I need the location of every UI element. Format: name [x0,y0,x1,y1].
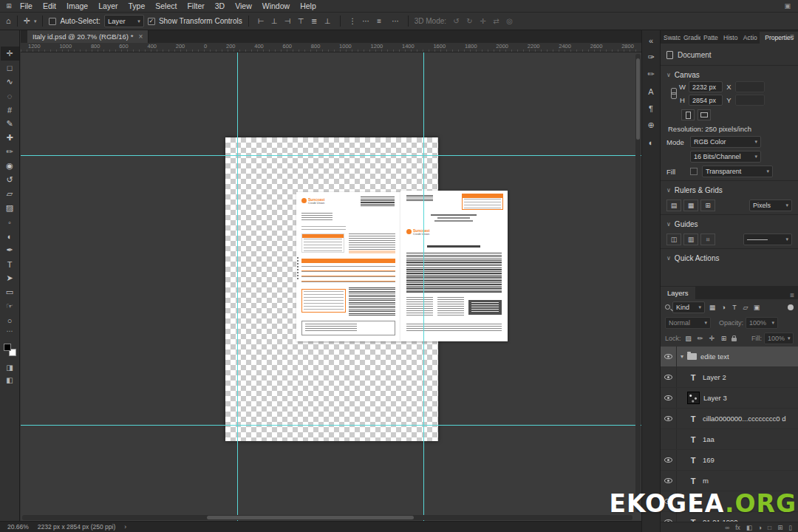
lasso-tool[interactable]: ∿ [1,75,19,89]
move-tool[interactable]: ✛ [1,47,19,61]
vertical-scrollbar-thumb[interactable] [636,58,640,140]
panel-menu-icon[interactable]: ≡ [786,33,798,41]
menu-item[interactable]: File [15,1,38,10]
horizontal-scrollbar-thumb[interactable] [207,516,414,519]
units-dropdown[interactable]: Pixels▾ [749,200,792,211]
expand-caret-icon[interactable]: ▾ [681,353,683,360]
edit-toolbar-icon[interactable]: ⋯ [7,327,13,338]
menu-item[interactable]: Help [295,1,321,10]
horizontal-ruler[interactable]: 1200100080060040020002004006008001000120… [21,43,641,52]
clone-source-panel-icon[interactable]: ⊕ [643,117,660,134]
lock-transparent-pixels-icon[interactable]: ▨ [683,333,694,344]
lock-all-icon[interactable] [732,338,737,341]
add-layer-mask-icon[interactable]: ◧ [746,524,752,531]
toggle-grid-icon[interactable]: ▦ [683,200,698,211]
landscape-orientation-button[interactable] [698,109,711,120]
vertical-guide[interactable] [423,52,424,521]
visibility-toggle[interactable] [661,409,677,429]
document-tab[interactable]: Italy id.psd @ 20.7% (RGB/16) * × [27,30,149,43]
filter-type-layers-icon[interactable]: T [729,302,740,313]
dodge-tool[interactable]: ◐ [1,229,19,243]
3d-slide-icon[interactable]: ⇄ [490,15,502,27]
fill-swatch[interactable] [690,168,698,175]
blend-mode-dropdown[interactable]: Normal▾ [665,317,711,329]
distribute-horizontal-icon[interactable]: ⋯ [360,15,372,27]
filter-pixel-layers-icon[interactable]: ▦ [707,302,717,313]
auto-select-checkbox[interactable] [49,18,56,25]
align-left-edges-icon[interactable]: ⊢ [255,15,267,27]
paragraph-panel-icon[interactable]: ¶ [643,100,660,117]
layer-effects-icon[interactable]: fx [735,524,740,531]
layer-name[interactable]: Layer 2 [703,373,726,381]
vertical-guide[interactable] [237,52,238,521]
menu-item[interactable]: 3D [210,1,230,10]
align-top-edges-icon[interactable]: ⊤ [295,15,307,27]
delete-layer-icon[interactable]: ▯ [788,524,792,531]
color-swatches[interactable] [4,344,16,356]
brushes-panel-icon[interactable]: ✏ [643,66,660,83]
layer-row[interactable]: ▾ T 1aa [661,429,798,450]
status-chevron-icon[interactable]: › [124,523,126,531]
horizontal-scrollbar[interactable] [22,515,632,520]
type-tool[interactable]: T [1,257,19,271]
pen-tool[interactable]: ✒ [1,243,19,257]
foreground-color-swatch[interactable] [4,344,11,351]
menu-item[interactable]: Filter [182,1,209,10]
opacity-dropdown[interactable]: 100%▾ [746,317,778,329]
align-vertical-centers-icon[interactable]: ≣ [308,15,321,27]
home-icon[interactable]: ⌂ [6,17,11,25]
zoom-level[interactable]: 20.66% [7,523,29,531]
layer-row-content[interactable]: ▾ T edite text [677,347,798,366]
libraries-panel-icon[interactable]: ◐ [643,134,660,151]
canvas-section-header[interactable]: ∨ Canvas [666,68,792,81]
tab-layers[interactable]: Layers [661,287,695,299]
layer-row[interactable]: ▾ T Layer 2 [661,367,798,388]
brush-tool[interactable]: ✏ [1,145,19,159]
snap-grid-icon[interactable]: ⊞ [700,200,715,211]
eyedropper-tool[interactable]: ✎ [1,117,19,131]
link-layers-icon[interactable]: ∞ [725,524,729,531]
layer-name[interactable]: cilla0000000...cccccccc0 d [703,415,785,423]
layer-row-content[interactable]: ▾ T 169 [677,450,798,470]
canvas-area[interactable]: SuncoastCredit Union [21,52,641,521]
x-field[interactable] [735,81,765,92]
lock-artboard-icon[interactable]: ⊞ [719,333,729,344]
visibility-toggle[interactable] [661,450,677,470]
layer-row[interactable]: ▾ T Layer 3 [661,388,798,409]
menu-item[interactable]: Window [257,1,295,10]
rectangular-marquee-tool[interactable]: □ [1,61,19,75]
layer-row[interactable]: ▾ T 169 [661,450,798,471]
menu-item[interactable]: Layer [93,1,123,10]
quick-mask-icon[interactable]: ◨ [6,364,13,372]
filter-shape-layers-icon[interactable]: ▱ [740,302,751,313]
brush-settings-panel-icon[interactable]: ✑ [643,49,660,66]
layer-row-content[interactable]: ▾ T Layer 3 [677,388,798,408]
new-layer-icon[interactable]: ⊞ [777,524,782,531]
new-guide-icon[interactable]: ◫ [666,233,681,245]
bit-depth-dropdown[interactable]: 16 Bits/Channel▾ [690,151,761,163]
toggle-rulers-icon[interactable]: ▤ [666,200,681,211]
filter-kind-dropdown[interactable]: Kind▾ [672,301,705,313]
quick-actions-section-header[interactable]: ∨ Quick Actions [666,251,792,265]
distribute-spacing-icon[interactable]: ≡ [373,15,386,27]
horizontal-guide[interactable] [21,425,641,426]
close-tab-icon[interactable]: × [138,33,143,41]
layer-name[interactable]: Layer 3 [703,394,727,402]
filter-adjustment-layers-icon[interactable]: ◑ [718,302,729,313]
layer-row[interactable]: ▾ T m [661,471,798,491]
character-panel-icon[interactable]: A [643,83,660,100]
layer-row-content[interactable]: ▾ T cilla0000000...cccccccc0 d [677,409,798,429]
horizontal-guide[interactable] [21,155,641,156]
vertical-scrollbar[interactable] [635,54,641,512]
menu-item[interactable]: Image [61,1,93,10]
collapse-panels-icon[interactable]: « [643,32,660,49]
lock-position-icon[interactable]: ✛ [707,333,717,344]
layer-name[interactable]: edite text [700,352,729,361]
align-horizontal-centers-icon[interactable]: ⊥ [268,15,281,27]
menu-item[interactable]: Type [123,1,150,10]
layer-row[interactable]: ▾ T cilla0000000...cccccccc0 d [661,409,798,429]
y-field[interactable] [735,95,765,106]
link-dimensions-icon[interactable] [671,88,676,99]
visibility-toggle[interactable] [661,347,677,366]
gradient-tool[interactable]: ▨ [1,201,19,215]
